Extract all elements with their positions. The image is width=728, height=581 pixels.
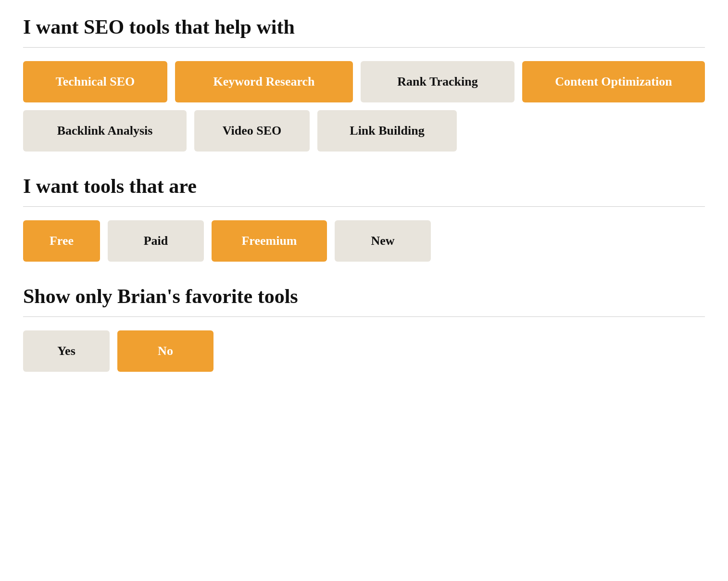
tools-type-button-group: FreePaidFreemiumNew <box>23 220 705 262</box>
favorites-title: Show only Brian's favorite tools <box>23 285 705 308</box>
filter-btn-no[interactable]: No <box>117 330 213 372</box>
filter-btn-technical-seo[interactable]: Technical SEO <box>23 61 167 102</box>
filter-btn-free[interactable]: Free <box>23 220 100 262</box>
filter-btn-backlink-analysis[interactable]: Backlink Analysis <box>23 110 187 152</box>
favorites-button-group: YesNo <box>23 330 705 372</box>
filter-btn-freemium[interactable]: Freemium <box>212 220 327 262</box>
filter-btn-paid[interactable]: Paid <box>108 220 204 262</box>
filter-btn-yes[interactable]: Yes <box>23 330 110 372</box>
filter-btn-new[interactable]: New <box>335 220 431 262</box>
favorites-divider <box>23 316 705 317</box>
seo-help-divider <box>23 47 705 48</box>
filter-btn-keyword-research[interactable]: Keyword Research <box>175 61 353 102</box>
seo-help-title: I want SEO tools that help with <box>23 15 705 38</box>
tools-type-divider <box>23 206 705 207</box>
filter-btn-link-building[interactable]: Link Building <box>317 110 457 152</box>
seo-help-section: I want SEO tools that help with Technica… <box>23 15 705 152</box>
seo-help-button-group: Technical SEOKeyword ResearchRank Tracki… <box>23 61 705 152</box>
filter-btn-video-seo[interactable]: Video SEO <box>194 110 310 152</box>
tools-type-section: I want tools that are FreePaidFreemiumNe… <box>23 175 705 262</box>
filter-btn-rank-tracking[interactable]: Rank Tracking <box>361 61 515 102</box>
favorites-section: Show only Brian's favorite tools YesNo <box>23 285 705 372</box>
filter-btn-content-optimization[interactable]: Content Optimization <box>522 61 705 102</box>
tools-type-title: I want tools that are <box>23 175 705 198</box>
